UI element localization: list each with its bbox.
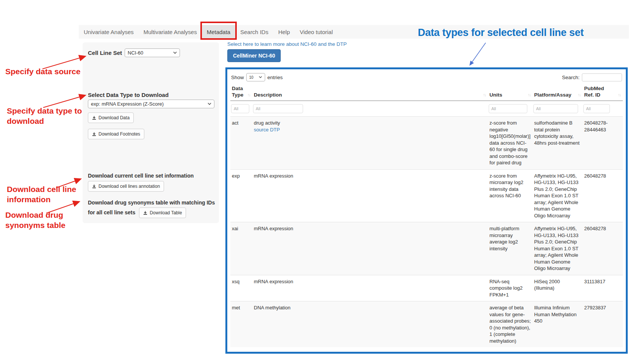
table-row: act drug activity source DTP z-score fro… — [230, 116, 623, 169]
entries-label: entries — [267, 75, 283, 80]
cell-units: z-score from negative log10[GI50(molar)]… — [488, 120, 533, 166]
annotation-download-drug-line2: synonyms table — [5, 220, 66, 230]
annotation-download-drug: Download drug synonyms table — [5, 210, 66, 230]
cellminer-nci60-button[interactable]: CellMiner NCI-60 — [227, 49, 281, 62]
table-header-row: Data Type ↑↓ Description ↑↓ Units ↑↓ Pla… — [230, 85, 623, 101]
data-type-value: exp: mRNA Expression (Z-Score) — [91, 101, 164, 107]
cell-units: average of beta values for gene-associat… — [488, 304, 533, 344]
page-size-value: 10 — [249, 75, 253, 80]
download-icon — [92, 132, 96, 136]
annotation-download-cell-line-line1: Download cell line — [7, 184, 76, 194]
filter-platform-input[interactable] — [533, 104, 578, 113]
data-type-select[interactable]: exp: mRNA Expression (Z-Score) — [88, 100, 214, 108]
table-row: xsq mRNA expression RNA-seq composite lo… — [230, 275, 623, 301]
chevron-down-icon — [173, 51, 177, 54]
cell-platform: Affymetrix HG-U95, HG-U133, HG-U133 Plus… — [533, 173, 583, 219]
filter-pubmed-input[interactable] — [583, 104, 610, 113]
search-input[interactable] — [582, 73, 622, 81]
column-header-pubmed-label: PubMed Ref. ID — [584, 85, 613, 98]
cell-platform: HiSeq 2000 (Illumina) — [533, 278, 583, 298]
search-label: Search: — [562, 75, 580, 80]
cell-platform: Affymetrix HG-U95, HG-U133, HG-U133 Plus… — [533, 225, 583, 272]
download-footnotes-label: Download Footnotes — [98, 131, 140, 137]
download-data-label: Download Data — [98, 115, 130, 120]
chevron-down-icon — [259, 76, 262, 78]
annotation-download-cell-line-line2: information — [7, 194, 76, 204]
column-header-units[interactable]: Units ↑↓ — [488, 85, 533, 98]
cell-data-type: exp — [230, 173, 252, 219]
cell-description: mRNA expression — [252, 173, 488, 219]
column-header-units-label: Units — [489, 92, 502, 98]
sort-icon[interactable]: ↑↓ — [618, 92, 621, 98]
sort-icon[interactable]: ↑↓ — [578, 92, 580, 98]
nav-item-video-tutorial[interactable]: Video tutorial — [295, 25, 338, 39]
cell-line-info-heading: Download current cell line set informati… — [88, 173, 215, 179]
annotation-data-types-heading: Data types for selected cell line set — [418, 27, 584, 39]
table-row: xai mRNA expression multi-platform micro… — [230, 222, 623, 275]
cell-platform: Illumina Infinium Human Methylation 450 — [533, 304, 583, 344]
download-data-button[interactable]: Download Data — [88, 112, 134, 123]
cell-platform: sulforhodamine B total protein cytotoxic… — [533, 120, 583, 166]
chevron-down-icon — [208, 103, 211, 105]
download-footnotes-button[interactable]: Download Footnotes — [88, 129, 144, 139]
table-body: act drug activity source DTP z-score fro… — [230, 116, 623, 347]
cell-pubmed: 26048278 — [583, 225, 623, 272]
data-type-label: Select Data Type to Download — [88, 92, 169, 98]
nav-item-help[interactable]: Help — [273, 25, 295, 39]
filter-units-input[interactable] — [489, 104, 527, 113]
cell-units: RNA-seq composite log2 FPKM+1 — [488, 278, 533, 298]
arrow-data-types — [470, 43, 486, 65]
filter-description-input[interactable] — [253, 104, 303, 113]
column-header-description[interactable]: Description ↑↓ — [252, 85, 488, 98]
column-header-description-label: Description — [254, 92, 282, 98]
cell-line-set-value: NCI-60 — [128, 50, 143, 56]
annotation-specify-data-type-line1: Specify data type to — [7, 106, 82, 116]
cell-pubmed: 27923837 — [583, 304, 623, 344]
cell-data-type: xsq — [230, 278, 252, 298]
column-header-pubmed[interactable]: PubMed Ref. ID ↑↓ — [583, 85, 623, 98]
sort-icon[interactable]: ↑↓ — [247, 92, 250, 98]
column-header-platform-label: Platform/Assay — [534, 92, 571, 98]
cell-line-set-label: Cell Line Set — [88, 50, 122, 56]
annotation-specify-data-source: Specify data source — [5, 66, 80, 76]
filter-data-type-input[interactable] — [231, 104, 249, 113]
column-header-data-type-label: Data Type — [232, 85, 246, 98]
data-types-table: Show 10 entries Search: Data Type ↑↓ Des… — [225, 67, 628, 354]
annotation-download-cell-line: Download cell line information — [7, 184, 76, 204]
annotation-specify-data-type-line2: download — [7, 116, 82, 126]
table-row: met DNA methylation average of beta valu… — [230, 301, 623, 347]
cell-line-set-select[interactable]: NCI-60 — [125, 48, 180, 57]
download-table-label: Download Table — [150, 210, 182, 215]
sort-icon[interactable]: ↑↓ — [528, 92, 530, 98]
show-label: Show — [231, 75, 244, 80]
download-icon — [143, 211, 147, 215]
cell-description-text: drug activity — [254, 120, 486, 126]
cell-description: DNA methylation — [252, 304, 488, 344]
learn-more-link[interactable]: Select here to learn more about NCI-60 a… — [227, 41, 347, 47]
nav-item-metadata-label: Metadata — [207, 29, 231, 35]
nav-item-multivariate-analyses[interactable]: Multivariate Analyses — [139, 25, 202, 39]
download-table-button[interactable]: Download Table — [139, 208, 186, 218]
cell-data-type: met — [230, 304, 252, 344]
column-header-platform[interactable]: Platform/Assay ↑↓ — [533, 85, 583, 98]
sort-icon[interactable]: ↑↓ — [483, 92, 486, 98]
cell-data-type: act — [230, 120, 252, 166]
column-header-data-type[interactable]: Data Type ↑↓ — [230, 85, 252, 98]
cell-pubmed: 31113817 — [583, 278, 623, 298]
cell-description: mRNA expression — [252, 225, 488, 272]
nav-item-univariate-analyses[interactable]: Univariate Analyses — [79, 25, 139, 39]
download-options-panel: Cell Line Set NCI-60 Select Data Type to… — [83, 42, 219, 223]
annotation-download-drug-line1: Download drug — [5, 210, 66, 220]
cell-units: z-score from microarray log2 intensity d… — [488, 173, 533, 219]
cell-pubmed: 26048278-28446463 — [583, 120, 623, 166]
source-dtp-link[interactable]: source DTP — [254, 126, 280, 133]
cell-units: multi-platform microarray average log2 i… — [488, 225, 533, 272]
table-filter-row — [230, 101, 623, 116]
cell-description: mRNA expression — [252, 278, 488, 298]
download-cell-lines-annotation-button[interactable]: Download cell lines annotation — [88, 181, 164, 192]
annotation-specify-data-type: Specify data type to download — [7, 106, 82, 126]
page-size-select[interactable]: 10 — [246, 73, 265, 81]
nav-item-metadata[interactable]: Metadata — [202, 25, 236, 39]
nav-item-search-ids[interactable]: Search IDs — [235, 25, 273, 39]
download-cell-lines-annotation-label: Download cell lines annotation — [98, 184, 160, 189]
